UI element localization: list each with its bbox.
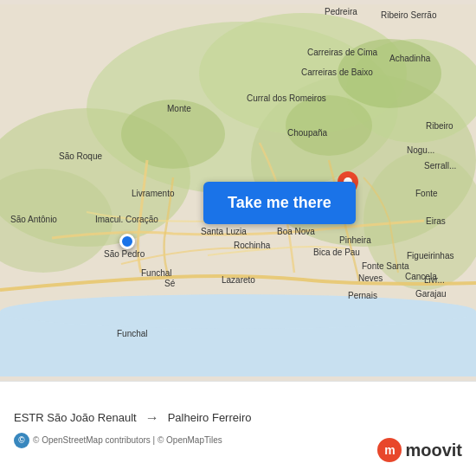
- take-me-there-button[interactable]: Take me there: [203, 182, 356, 224]
- map-label: Funchal: [141, 268, 172, 278]
- map-label: Funchal: [117, 329, 148, 338]
- map-label: Livr...: [424, 275, 445, 285]
- map-label: Pedreira: [325, 7, 357, 16]
- map-label: Imacul. Coração: [95, 215, 158, 224]
- map-label: Eiras: [426, 216, 446, 226]
- map-label: Monte: [167, 104, 191, 113]
- svg-point-12: [0, 294, 476, 329]
- map-label: Ribeiro Serrão: [381, 10, 436, 20]
- origin-label: ESTR São João Renault: [14, 411, 137, 424]
- map-label: Carreiras de Cima: [307, 48, 377, 57]
- map-label: São Roque: [59, 151, 102, 161]
- map-label: Ribeiro: [426, 121, 453, 131]
- map-label: Lazareto: [222, 275, 255, 285]
- map-label: Nogu...: [407, 145, 434, 155]
- map-label: Pernais: [348, 291, 377, 300]
- map-label: Achadinha: [389, 54, 430, 63]
- openstreetmap-logo: ©: [14, 433, 29, 448]
- map-label: Livramento: [132, 189, 174, 198]
- moovit-logo: m moovit: [377, 438, 462, 462]
- attribution-text: © OpenStreetMap contributors | © OpenMap…: [33, 435, 222, 445]
- destination-label: Palheiro Ferreiro: [168, 411, 252, 424]
- origin-marker: [119, 234, 135, 249]
- map-container[interactable]: PedreiraRibeiro SerrãoCarreiras de CimaA…: [0, 0, 476, 381]
- moovit-icon: m: [377, 438, 402, 462]
- route-row: ESTR São João Renault → Palheiro Ferreir…: [14, 410, 462, 426]
- map-label: São Antônio: [10, 215, 57, 224]
- map-label: Carreiras de Baixo: [301, 68, 373, 77]
- map-label: Boa Nova: [277, 227, 315, 236]
- map-label: Figueirinhas: [407, 251, 453, 261]
- map-label: Pinheira: [339, 235, 371, 245]
- map-label: Curral dos Romeiros: [247, 93, 326, 103]
- map-label: Sé: [164, 279, 175, 288]
- map-label: Garajau: [415, 289, 447, 299]
- map-label: São Pedro: [104, 249, 145, 259]
- map-label: Fonte: [415, 189, 438, 198]
- moovit-brand-name: moovit: [405, 441, 462, 460]
- map-label: Fonte Santa: [362, 261, 408, 271]
- svg-point-9: [286, 95, 372, 156]
- map-label: Neves: [358, 273, 383, 283]
- arrow-right-icon: →: [145, 410, 159, 426]
- bottom-bar: ESTR São João Renault → Palheiro Ferreir…: [0, 381, 476, 476]
- map-label: Rochinha: [234, 241, 270, 250]
- map-label: Choupaña: [287, 128, 327, 138]
- map-label: Serrall...: [424, 161, 456, 170]
- map-label: Bica de Pau: [313, 248, 360, 257]
- map-label: Santa Luzia: [201, 227, 247, 236]
- app: PedreiraRibeiro SerrãoCarreiras de CimaA…: [0, 0, 476, 476]
